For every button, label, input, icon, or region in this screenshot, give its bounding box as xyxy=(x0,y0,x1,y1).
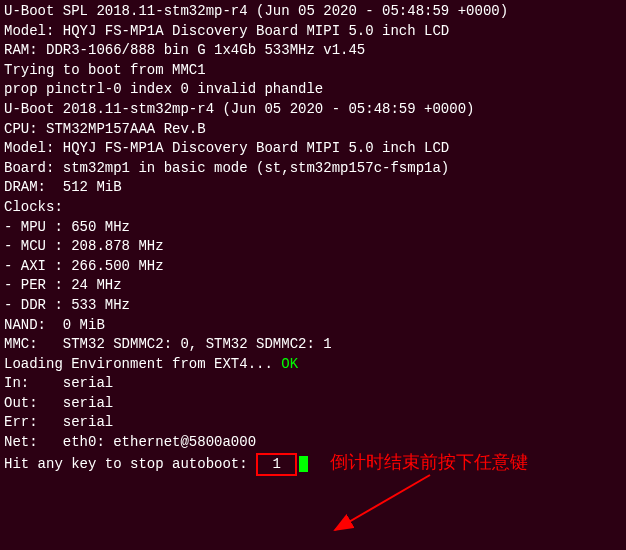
mcu-clock-line: - MCU : 208.878 MHz xyxy=(4,237,622,257)
axi-clock-line: - AXI : 266.500 MHz xyxy=(4,257,622,277)
boot-try-line: Trying to boot from MMC1 xyxy=(4,61,622,81)
nand-line: NAND: 0 MiB xyxy=(4,316,622,336)
dram-line: DRAM: 512 MiB xyxy=(4,178,622,198)
pinctrl-error-line: prop pinctrl-0 index 0 invalid phandle xyxy=(4,80,622,100)
terminal-cursor-icon xyxy=(299,456,308,472)
per-clock-line: - PER : 24 MHz xyxy=(4,276,622,296)
env-ok-text: OK xyxy=(281,356,298,372)
svg-line-1 xyxy=(335,475,430,530)
autoboot-prompt-line[interactable]: Hit any key to stop autoboot: 1 xyxy=(4,453,622,477)
stderr-line: Err: serial xyxy=(4,413,622,433)
env-load-text: Loading Environment from EXT4... xyxy=(4,356,281,372)
cpu-line: CPU: STM32MP157AAA Rev.B xyxy=(4,120,622,140)
ddr-clock-line: - DDR : 533 MHz xyxy=(4,296,622,316)
net-line: Net: eth0: ethernet@5800a000 xyxy=(4,433,622,453)
clocks-header: Clocks: xyxy=(4,198,622,218)
autoboot-prompt-text: Hit any key to stop autoboot: xyxy=(4,456,256,472)
mpu-clock-line: - MPU : 650 MHz xyxy=(4,218,622,238)
board-line: Board: stm32mp1 in basic mode (st,stm32m… xyxy=(4,159,622,179)
model-line-2: Model: HQYJ FS-MP1A Discovery Board MIPI… xyxy=(4,139,622,159)
env-load-line: Loading Environment from EXT4... OK xyxy=(4,355,622,375)
spl-version-line: U-Boot SPL 2018.11-stm32mp-r4 (Jun 05 20… xyxy=(4,2,622,22)
ram-line: RAM: DDR3-1066/888 bin G 1x4Gb 533MHz v1… xyxy=(4,41,622,61)
arrow-icon xyxy=(320,470,440,547)
model-line: Model: HQYJ FS-MP1A Discovery Board MIPI… xyxy=(4,22,622,42)
stdin-line: In: serial xyxy=(4,374,622,394)
uboot-version-line: U-Boot 2018.11-stm32mp-r4 (Jun 05 2020 -… xyxy=(4,100,622,120)
mmc-line: MMC: STM32 SDMMC2: 0, STM32 SDMMC2: 1 xyxy=(4,335,622,355)
countdown-value: 1 xyxy=(256,453,297,477)
stdout-line: Out: serial xyxy=(4,394,622,414)
